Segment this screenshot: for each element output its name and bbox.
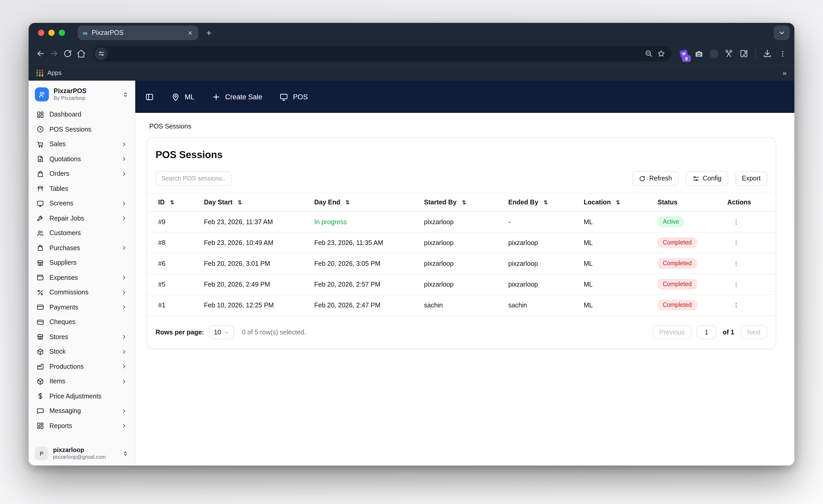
minimize-window-button[interactable] (48, 30, 55, 36)
cell-id: #1 (158, 301, 204, 309)
sort-icon[interactable] (461, 199, 467, 205)
export-label: Export (742, 175, 761, 182)
row-actions-kebab-icon[interactable] (731, 280, 741, 289)
sort-icon[interactable] (615, 199, 621, 205)
hidden-extension-icon[interactable] (707, 47, 720, 60)
column-header-ended-by[interactable]: Ended By (508, 199, 584, 206)
status-badge: Active (658, 216, 684, 227)
reload-icon[interactable] (61, 47, 74, 60)
back-icon[interactable] (34, 47, 47, 60)
browser-tab[interactable]: ∞ PixzarPOS (77, 25, 198, 40)
pos-button[interactable]: POS (279, 92, 308, 101)
extensions-puzzle-icon[interactable] (737, 47, 751, 60)
screenshot-extension-icon[interactable] (692, 47, 705, 60)
apps-grid-icon[interactable] (36, 69, 43, 76)
sidebar-item-tables[interactable]: Tables (34, 181, 130, 196)
zoom-window-button[interactable] (59, 30, 65, 36)
column-header-location[interactable]: Location (584, 199, 658, 206)
cell-location: ML (584, 239, 658, 246)
home-icon[interactable] (74, 47, 88, 60)
row-actions-kebab-icon[interactable] (731, 217, 741, 226)
sidebar-item-price-adjustments[interactable]: Price Adjustments (34, 389, 130, 403)
sidebar-item-label: Quotations (49, 156, 81, 163)
tab-search-chevron-icon[interactable] (774, 25, 790, 40)
user-menu[interactable]: P pixzarloop pixzarloop@gmail.com (34, 442, 130, 460)
column-header-id[interactable]: ID (158, 199, 204, 206)
sidebar-item-productions[interactable]: Productions (34, 359, 130, 374)
sidebar-item-sales[interactable]: Sales (34, 137, 130, 152)
browser-menu-kebab-icon[interactable] (776, 47, 789, 60)
wappalyzer-extension-icon[interactable]: W 8 (677, 47, 690, 60)
cell-location: ML (584, 218, 658, 225)
downloads-icon[interactable] (761, 47, 774, 60)
create-sale-label: Create Sale (225, 93, 263, 101)
apps-bookmark[interactable]: Apps (47, 69, 62, 76)
cell-day-start: Feb 10, 2026, 12:25 PM (204, 301, 314, 309)
page-number-input[interactable] (697, 325, 716, 339)
sidebar-item-orders[interactable]: Orders (34, 166, 130, 181)
zoom-out-icon[interactable] (643, 47, 655, 60)
row-actions-kebab-icon[interactable] (731, 238, 741, 247)
sidebar-item-purchases[interactable]: Purchases (34, 240, 130, 256)
sidebar-item-stock[interactable]: Stock (34, 344, 130, 359)
sort-icon[interactable] (169, 199, 175, 205)
column-header-day-start[interactable]: Day Start (204, 199, 314, 206)
workspace-switcher[interactable]: PixzarPOS By Pixzarloop (34, 85, 130, 107)
create-sale-button[interactable]: Create Sale (212, 92, 263, 101)
sidebar-toggle-icon[interactable] (145, 92, 154, 101)
rows-per-page-select[interactable]: 10 (209, 325, 234, 339)
sidebar-item-commissions[interactable]: Commissions (34, 285, 130, 300)
close-window-button[interactable] (38, 30, 44, 36)
config-button[interactable]: Config (685, 171, 728, 186)
shopping-bag-icon (36, 244, 44, 252)
new-tab-icon[interactable] (205, 29, 212, 36)
sort-icon[interactable] (344, 199, 351, 205)
address-bar[interactable] (93, 46, 672, 61)
column-header-status: Status (658, 199, 727, 206)
sidebar-item-reports[interactable]: Reports (34, 418, 130, 433)
next-page-button[interactable]: Next (740, 325, 767, 339)
sidebar-item-cheques[interactable]: Cheques (34, 315, 130, 330)
sidebar-item-customers[interactable]: Customers (34, 226, 130, 240)
extensions-area: W 8 (677, 47, 789, 60)
row-actions-kebab-icon[interactable] (731, 300, 741, 310)
tab-close-icon[interactable] (187, 30, 193, 36)
column-header-started-by[interactable]: Started By (424, 199, 508, 206)
breadcrumb: POS Sessions (147, 123, 776, 130)
site-settings-icon[interactable] (95, 47, 108, 60)
sort-icon[interactable] (542, 199, 548, 205)
cell-actions (727, 300, 776, 310)
sidebar-item-repair-jobs[interactable]: Repair Jobs (34, 211, 130, 226)
sidebar-item-quotations[interactable]: Quotations (34, 152, 130, 166)
cell-actions (727, 259, 776, 268)
sidebar-item-suppliers[interactable]: Suppliers (34, 256, 130, 270)
location-selector[interactable]: ML (171, 92, 195, 101)
sidebar-item-screens[interactable]: Screens (34, 196, 130, 211)
search-input[interactable] (156, 171, 231, 186)
password-keys-extension-icon[interactable] (722, 47, 735, 60)
status-badge: Completed (658, 237, 697, 248)
sidebar-item-items[interactable]: Items (34, 374, 130, 389)
forward-icon[interactable] (47, 47, 61, 60)
refresh-button[interactable]: Refresh (632, 171, 679, 186)
sidebar-item-payments[interactable]: Payments (34, 300, 130, 315)
sidebar-item-expenses[interactable]: Expenses (34, 270, 130, 285)
previous-page-button[interactable]: Previous (653, 325, 691, 339)
sidebar-item-pos-sessions[interactable]: POS Sessions (34, 122, 130, 137)
cell-status: Active (658, 216, 727, 227)
export-button[interactable]: Export (735, 171, 767, 186)
bookmarks-overflow-chevron[interactable]: » (783, 69, 787, 77)
sidebar-item-label: Reports (49, 423, 72, 430)
user-name: pixzarloop (53, 446, 118, 454)
sidebar-item-label: Payments (49, 304, 78, 311)
chevron-right-icon (121, 423, 127, 429)
page-content: POS Sessions POS Sessions Refresh (135, 113, 794, 466)
column-header-day-end[interactable]: Day End (314, 199, 424, 206)
sort-icon[interactable] (237, 199, 243, 205)
bookmark-star-icon[interactable] (655, 47, 667, 60)
rows-per-page-label: Rows per page: (156, 328, 204, 336)
sidebar-item-stores[interactable]: Stores (34, 330, 130, 344)
sidebar-item-dashboard[interactable]: Dashboard (34, 107, 130, 122)
sidebar-item-messaging[interactable]: Messaging (34, 403, 130, 418)
row-actions-kebab-icon[interactable] (731, 259, 741, 268)
